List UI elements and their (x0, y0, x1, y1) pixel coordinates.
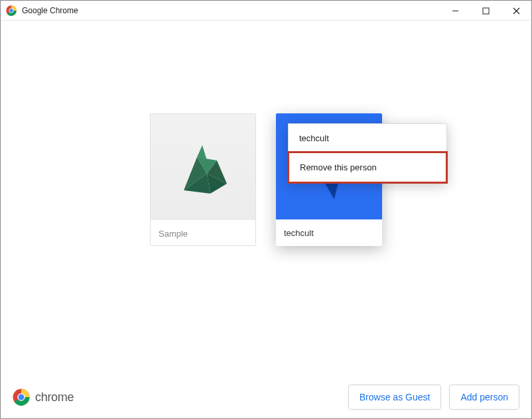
profile-context-menu: techcult Remove this person (288, 123, 447, 183)
profile-art-origami (151, 114, 255, 220)
window-title: Google Chrome (22, 6, 78, 15)
profile-card-sample[interactable]: Sample (150, 113, 256, 246)
content-area: Sample techcult techcult Remove this per… (1, 21, 531, 418)
chrome-icon (6, 5, 17, 16)
titlebar: Google Chrome (1, 1, 531, 21)
profile-name-label: Sample (151, 220, 255, 246)
svg-point-2 (9, 9, 13, 12)
maximize-button[interactable] (470, 1, 501, 21)
chrome-profile-manager-window: Google Chrome (0, 0, 532, 419)
svg-rect-4 (483, 8, 489, 14)
chrome-logo-icon (13, 389, 30, 406)
menu-item-remove-person[interactable]: Remove this person (287, 151, 448, 184)
menu-item-profile-name[interactable]: techcult (289, 124, 446, 152)
add-person-button[interactable]: Add person (449, 385, 519, 410)
bottom-bar: chrome Browse as Guest Add person (1, 376, 531, 418)
profile-card-row: Sample techcult (1, 113, 531, 246)
profile-name-label: techcult (276, 219, 382, 246)
chrome-brand-text: chrome (35, 390, 74, 404)
chrome-brand: chrome (13, 389, 74, 406)
window-controls (440, 1, 531, 21)
browse-as-guest-button[interactable]: Browse as Guest (348, 385, 442, 410)
origami-crane-icon (170, 137, 237, 204)
svg-point-15 (19, 394, 25, 400)
minimize-button[interactable] (440, 1, 470, 21)
close-button[interactable] (501, 1, 531, 21)
